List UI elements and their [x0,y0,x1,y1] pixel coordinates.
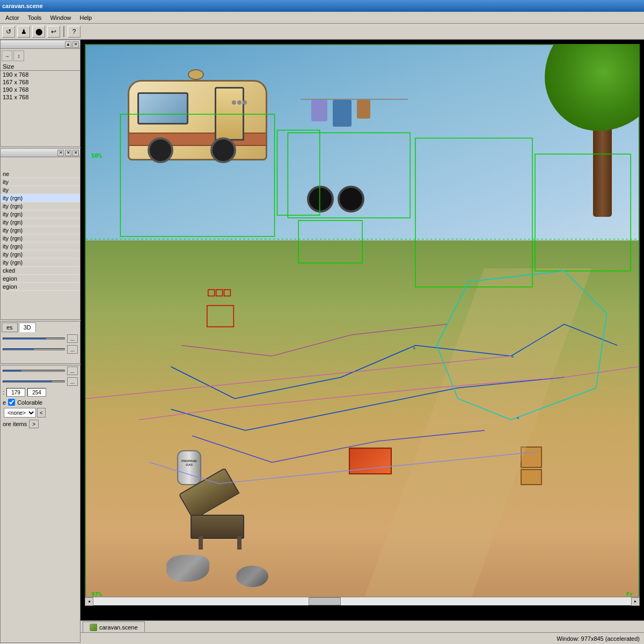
menu-bar: Actor Tools Window Help [0,12,644,24]
colorable-label: Colorable [17,399,42,406]
more-items-label: ore items [3,421,27,427]
rock-1 [166,555,209,582]
resolution-panel: ▲ ✕ → ↕ Size 190 x 768 167 x 768 190 x 7… [0,40,80,147]
scroll-thumb[interactable] [309,597,341,605]
ellipsis-btn-1[interactable]: ... [67,334,78,343]
left-panel: ▲ ✕ → ↕ Size 190 x 768 167 x 768 190 x 7… [0,40,80,644]
slider-track-1[interactable] [3,338,65,340]
prop-ity-rgn2[interactable]: ity (rgn) [1,202,80,210]
menu-tools[interactable]: Tools [24,13,46,22]
prop-ity1[interactable]: ity [1,178,80,186]
toolbar-refresh-btn[interactable]: ↺ [2,26,15,38]
ellipsis-btn-4[interactable]: ... [67,377,78,386]
toolbar-help-btn[interactable]: ? [68,26,80,38]
x-btn-b[interactable]: ✕ [65,150,71,156]
scene-viewport[interactable]: PROPANEGAS [80,40,644,620]
menu-help[interactable]: Help [76,13,97,22]
prop-ne[interactable]: ne [1,170,80,178]
prop-egion1[interactable]: egion [1,275,80,283]
toolbar-actor-btn[interactable]: ♟ [17,26,30,38]
checkbox-row: e Colorable [1,398,80,407]
toolbar-separator [63,26,64,37]
slider-track-2[interactable] [3,348,65,350]
red-box [349,448,392,474]
res-item-4[interactable]: 131 x 768 [1,93,80,101]
prop-ity-rgn1[interactable]: ity (rgn) [1,194,80,202]
prop-ity-rgn6[interactable]: ity (rgn) [1,235,80,243]
grill [188,491,252,550]
tab-3d[interactable]: 3D [19,323,36,332]
status-bar: Window: 977x845 (accelerated) [80,632,644,644]
resolution-panel-header: ▲ ✕ [1,40,80,49]
slider-row-1: ... [1,333,80,344]
prop-ity-rgn8[interactable]: ity (rgn) [1,251,80,259]
tree [593,56,612,163]
colorable-checkbox[interactable] [8,399,15,406]
main-layout: ▲ ✕ → ↕ Size 190 x 768 167 x 768 190 x 7… [0,40,644,644]
res-list-header: Size [1,63,80,71]
close-btn-2[interactable]: ✕ [72,150,79,156]
rock-2 [236,566,268,587]
res-item-2[interactable]: 167 x 768 [1,78,80,86]
more-items-btn[interactable]: > [29,420,39,428]
h-scrollbar[interactable]: ◂ ▸ [85,597,640,605]
color-panel: ... ... : 179 254 e Colorable [0,365,80,643]
title-text: caravan.scene [2,3,43,9]
colorable-prefix: e [3,399,6,406]
prop-ity-rgn5[interactable]: ity (rgn) [1,226,80,235]
menu-window[interactable]: Window [46,13,75,22]
slider-track-3[interactable] [3,370,65,372]
updown-btn[interactable]: ↕ [13,50,24,61]
close-btn-1[interactable]: ✕ [72,41,79,48]
resolution-list[interactable]: 190 x 768 167 x 768 190 x 768 131 x 768 [1,71,80,141]
toolbar-undo-btn[interactable]: ↩ [47,26,60,38]
prop-ity-rgn3[interactable]: ity (rgn) [1,210,80,218]
right-content: PROPANEGAS [80,40,644,644]
tabs-panel: es 3D ... ... [0,321,80,364]
prop-ity-rgn7[interactable]: ity (rgn) [1,243,80,251]
section1-toolbar: → ↕ [1,49,80,63]
slider-row-2: ... [1,344,80,355]
prop-ity-rgn4[interactable]: ity (rgn) [1,218,80,226]
tab-2d[interactable]: es [2,323,18,332]
res-item-3[interactable]: 190 x 768 [1,86,80,93]
color-row: : 179 254 [1,387,80,398]
scroll-track[interactable] [93,597,631,605]
tires [306,185,365,215]
scene-tab[interactable]: caravan.scene [83,621,145,632]
ellipsis-btn-3[interactable]: ... [67,367,78,375]
color-value-1[interactable]: 179 [6,388,25,397]
collapse-btn-1[interactable]: ▲ [65,41,71,48]
prop-ity2[interactable]: ity [1,186,80,194]
prop-cked[interactable]: cked [1,267,80,275]
tab-bar: caravan.scene [80,620,644,632]
property-list[interactable]: ne ity ity ity (rgn) ity (rgn) ity (rgn)… [1,170,80,315]
status-text: Window: 977x845 (accelerated) [557,635,640,642]
slider-track-4[interactable] [3,380,65,383]
section2-toolbar [1,157,80,170]
scene-tab-icon [90,624,97,631]
propane-tank: PROPANEGAS [177,450,201,485]
menu-actor[interactable]: Actor [1,13,24,22]
scroll-right-btn[interactable]: ▸ [631,597,640,606]
title-bar: caravan.scene [0,0,644,12]
none-dropdown[interactable]: <none> [4,408,36,418]
toolbar: ↺ ♟ ⬤ ↩ ? [0,24,644,40]
ellipsis-btn-2[interactable]: ... [67,345,78,354]
scroll-left-btn[interactable]: ◂ [85,597,93,606]
prop-egion2[interactable]: egion [1,283,80,291]
slider-row-4: ... [1,376,80,387]
more-items-row: ore items > [1,419,80,429]
arrow-right-btn[interactable]: → [2,50,12,61]
scene-background: PROPANEGAS [85,44,640,604]
tabs-row: es 3D [1,321,80,333]
nav-left-btn[interactable]: < [37,408,46,418]
prop-ity-rgn9[interactable]: ity (rgn) [1,259,80,267]
dropdown-row: <none> < [1,407,80,419]
scene-tab-label: caravan.scene [99,624,138,631]
x-btn-a[interactable]: ✕ [57,150,64,156]
color-value-2[interactable]: 254 [27,388,46,397]
res-item-1[interactable]: 190 x 768 [1,71,80,78]
toolbar-circle-btn[interactable]: ⬤ [32,26,45,38]
caravan-body [123,72,274,163]
